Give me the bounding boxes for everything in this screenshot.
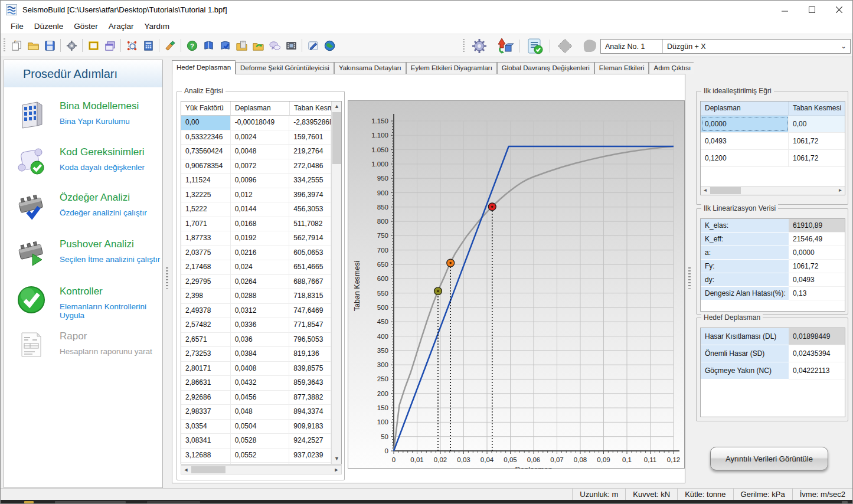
column-header[interactable]: Deplasman — [231, 102, 290, 115]
table-cell[interactable]: 0,0432 — [231, 376, 290, 390]
frame-icon[interactable] — [86, 38, 100, 53]
table-cell[interactable]: 0,90678354 — [181, 159, 231, 174]
table-cell[interactable]: 819,136 — [289, 347, 331, 361]
table-calc-icon[interactable] — [141, 38, 155, 53]
tab-yakinsama[interactable]: Yakınsama Detayları — [334, 62, 406, 74]
table-cell[interactable]: 2,49378 — [181, 304, 231, 318]
table-row[interactable]: 2,493780,0312747,6469 — [181, 304, 331, 319]
save-icon[interactable] — [43, 38, 57, 53]
table-cell[interactable]: 0,0192 — [231, 231, 290, 246]
sidebar-item-building-modelling[interactable]: Bina Modellemesi Bina Yapı Kurulumu — [4, 96, 162, 139]
table-row[interactable]: 0,906783540,0072272,0486 — [181, 159, 331, 174]
table-cell[interactable]: 1,7071 — [181, 217, 231, 231]
globe-icon[interactable] — [322, 38, 336, 53]
table-row[interactable]: 0,1200 1061,72 — [701, 150, 845, 167]
table-row[interactable]: 2,866310,0432859,3643 — [181, 376, 331, 391]
table-cell[interactable]: 0,0336 — [231, 318, 290, 332]
table-cell[interactable]: 877,3882 — [289, 391, 331, 405]
table-cell[interactable]: 909,9183 — [289, 420, 331, 434]
window-icon[interactable] — [103, 38, 117, 53]
table-cell[interactable]: 159,7601 — [289, 130, 331, 145]
table-cell[interactable]: 3,08341 — [181, 434, 231, 448]
vertical-scrollbar[interactable]: ▲ ▼ — [331, 102, 341, 464]
table-row[interactable]: 0,00-0,00018049-2,8395286E-0 — [181, 116, 331, 130]
horizontal-scrollbar[interactable]: ◄ ► — [701, 186, 845, 195]
scrollbar-thumb[interactable] — [710, 187, 741, 194]
column-header[interactable]: Deplasman — [701, 102, 789, 115]
table-cell[interactable]: 0,0168 — [231, 217, 290, 231]
menu-edit[interactable]: Düzenle — [29, 20, 69, 32]
table-cell[interactable]: 0,0504 — [231, 420, 290, 434]
table-cell[interactable]: 0,0144 — [231, 202, 290, 217]
table-row[interactable]: 1,52220,0144456,3053 — [181, 202, 331, 217]
tab-eylem-etkileri[interactable]: Eylem Etkileri Diyagramları — [406, 62, 497, 74]
table-cell[interactable]: 839,8575 — [289, 362, 331, 376]
table-cell[interactable]: 219,2764 — [289, 145, 331, 159]
table-row[interactable]: Hasar Kısıtlaması (DL)0,01898449 — [701, 328, 845, 345]
table-row[interactable]: 0,0000 0,00 — [701, 116, 845, 133]
table-cell[interactable]: 771,8547 — [289, 318, 331, 332]
table-cell[interactable]: 1,87733 — [181, 231, 231, 246]
table-cell[interactable]: 334,2555 — [289, 174, 331, 188]
table-cell[interactable]: 2,57482 — [181, 318, 231, 332]
table-cell[interactable]: 3,12688 — [181, 449, 231, 463]
table-cell[interactable]: 0,0312 — [231, 304, 290, 318]
show-detailed-data-button[interactable]: Ayrıntılı Verileri Görüntüle — [710, 447, 828, 470]
table-cell[interactable]: 688,7667 — [289, 275, 331, 289]
speech-bubbles-icon[interactable] — [267, 38, 282, 53]
table-cell[interactable]: 562,7914 — [289, 231, 331, 246]
table-row[interactable]: 1,70710,0168511,7082 — [181, 217, 331, 232]
sidebar-item-subtitle[interactable]: Koda dayalı değişkenler — [60, 163, 145, 172]
sidebar-item-report[interactable]: Rapor Hesapların raporunu yarat — [4, 326, 162, 369]
table-cell[interactable]: 0,0552 — [231, 449, 290, 463]
new-copy-icon[interactable] — [9, 38, 24, 53]
table-row[interactable]: 2,297950,0264688,7667 — [181, 275, 331, 290]
left-splitter[interactable] — [164, 60, 171, 488]
table-cell[interactable]: 2,92686 — [181, 391, 231, 405]
sidebar-item-checks[interactable]: Kontroller Elemanların Kontrollerini Uyg… — [4, 281, 162, 325]
table-row[interactable]: 0,533223460,0024159,7601 — [181, 130, 331, 145]
scrollbar-thumb[interactable] — [191, 466, 225, 473]
table-row[interactable]: 2,801710,0408839,8575 — [181, 362, 331, 377]
table-cell[interactable]: 0,0528 — [231, 434, 290, 448]
table-cell[interactable]: 511,7082 — [289, 217, 331, 231]
table-cell[interactable]: 2,29795 — [181, 275, 231, 289]
table-cell[interactable]: 2,98337 — [181, 405, 231, 419]
folder-refresh-icon[interactable] — [251, 38, 265, 53]
scroll-up-icon[interactable]: ▲ — [332, 102, 342, 112]
table-cell[interactable]: 0,0576 — [231, 463, 290, 464]
table-row[interactable]: 2,174680,024651,4665 — [181, 260, 331, 275]
scroll-right-icon[interactable]: ► — [836, 186, 845, 195]
table-cell[interactable]: 2,03775 — [181, 246, 231, 260]
column-header[interactable]: Yük Faktörü — [181, 102, 231, 115]
table-row[interactable]: a:0,0000 — [701, 246, 845, 260]
minimize-button[interactable] — [771, 1, 798, 18]
menu-help[interactable]: Yardım — [139, 20, 175, 32]
table-cell[interactable]: 894,3374 — [289, 405, 331, 419]
table-row[interactable]: 2,037750,0216605,0653 — [181, 246, 331, 261]
table-cell[interactable]: 0,0264 — [231, 275, 290, 289]
table-cell[interactable]: 0,0216 — [231, 246, 290, 260]
menu-view[interactable]: Göster — [68, 20, 103, 32]
help-icon[interactable]: ? — [185, 38, 199, 53]
table-cell[interactable]: 0,00 — [181, 116, 231, 130]
open-folder-icon[interactable] — [26, 38, 40, 53]
table-row[interactable]: 0,0493 1061,72 — [701, 133, 845, 150]
table-row[interactable]: K_elas:61910,89 — [701, 219, 845, 233]
table-cell[interactable]: 0,0048 — [231, 145, 290, 159]
table-row[interactable]: dy:0,0493 — [701, 273, 845, 287]
right-splitter[interactable] — [686, 60, 694, 488]
table-row[interactable]: 2,65710,036796,5053 — [181, 333, 331, 348]
table-cell[interactable]: 0,0024 — [231, 130, 290, 145]
scroll-right-icon[interactable]: ► — [332, 466, 341, 474]
table-cell[interactable]: 0,036 — [231, 333, 290, 347]
table-cell[interactable]: 1,32225 — [181, 188, 231, 202]
tab-eleman-etkileri[interactable]: Eleman Etkileri — [594, 62, 649, 74]
checklist-icon[interactable] — [524, 37, 545, 55]
table-cell[interactable]: 0,012 — [231, 188, 290, 202]
pen-icon[interactable] — [306, 38, 320, 53]
table-cell[interactable]: 1,5222 — [181, 202, 231, 217]
select-nodes-icon[interactable] — [125, 38, 139, 53]
table-row[interactable]: K_eff:21546,49 — [701, 233, 845, 246]
table-cell[interactable]: 3,16227 — [181, 463, 231, 464]
